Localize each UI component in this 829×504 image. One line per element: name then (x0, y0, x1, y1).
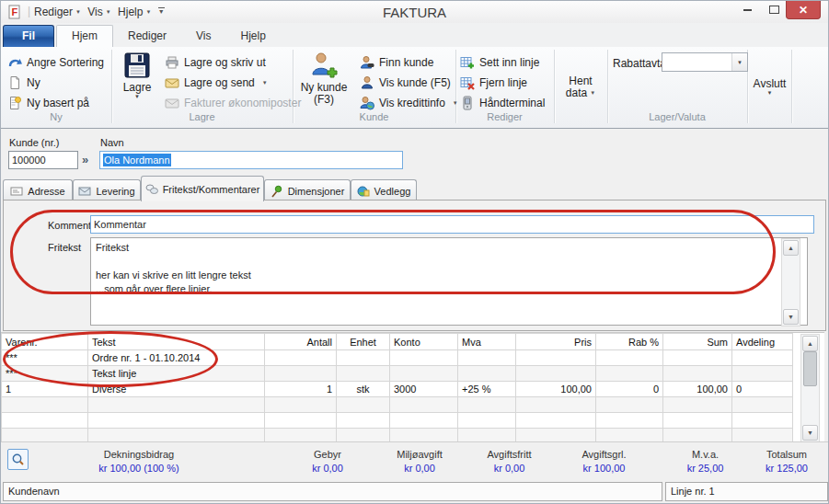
window-title: FAKTURA (1, 5, 828, 20)
freetext-scrollbar[interactable]: ▲ ▼ (781, 238, 800, 326)
close-button[interactable]: ✕ (786, 1, 821, 19)
application-window: F | Rediger Vis Hjelp ▼ FAKTURA ✕ Fil Hj… (0, 0, 829, 504)
delivery-icon (78, 185, 91, 198)
person-add-icon (310, 52, 338, 79)
group-label-kunde: Kunde (293, 111, 455, 124)
vis-kredittinfo-button[interactable]: Vis kredittinfo (360, 93, 458, 113)
table-row[interactable] (2, 397, 793, 413)
combo-arrow-icon[interactable]: ▼ (731, 53, 747, 71)
total-avgiftsgrunnlag: Avgiftsgrl.kr 100,00 (556, 449, 652, 474)
handterminal-button[interactable]: Håndterminal (460, 93, 545, 113)
col-antall[interactable]: Antall (265, 334, 337, 350)
hent-data-button[interactable]: Hent data (556, 52, 605, 123)
lagre-og-send-button[interactable]: Lagre og send (165, 73, 268, 93)
tab-vis[interactable]: Vis (181, 25, 225, 47)
person-icon (360, 75, 374, 90)
freetext-textarea[interactable]: Fritekst her kan vi skrive en litt lengr… (90, 237, 808, 326)
lookup-chevron-button[interactable]: » (82, 153, 88, 166)
tab-rediger[interactable]: Rediger (113, 25, 181, 47)
total-totalsum: Totalsumkr 125,00 (746, 449, 827, 474)
magnifier-icon (11, 452, 25, 466)
grid-scrollbar[interactable]: ▲ ▼ (800, 334, 820, 442)
statusbar-linjenr: Linje nr. 1 (665, 482, 828, 501)
scroll-up-icon[interactable]: ▲ (783, 240, 799, 256)
line-item-grid: Varenr. Tekst Antall Enhet Konto Mva Pri… (1, 332, 824, 442)
grid-delete-icon (460, 75, 475, 90)
ny-button[interactable]: Ny (7, 73, 40, 93)
scroll-down-icon[interactable]: ▼ (802, 425, 818, 441)
col-enhet[interactable]: Enhet (337, 334, 390, 350)
new-page-icon (7, 75, 22, 90)
col-avdeling[interactable]: Avdeling (732, 334, 793, 350)
angre-sortering-button[interactable]: Angre Sortering (7, 52, 104, 73)
minimize-button[interactable] (735, 1, 759, 18)
invoice-lines-table: Varenr. Tekst Antall Enhet Konto Mva Pri… (1, 333, 793, 444)
group-label-lager-valuta: Lager/Valuta (607, 111, 747, 124)
scroll-thumb[interactable] (803, 351, 817, 386)
fakturer-okonomiposter-button: Fakturer økonomiposter (165, 93, 301, 113)
title-bar: F | Rediger Vis Hjelp ▼ FAKTURA ✕ (1, 1, 828, 23)
table-row[interactable]: 1Diverse1 stk3000+25 % 100,000 100,000 (2, 382, 793, 397)
floppy-icon (123, 52, 151, 79)
table-row[interactable]: ***Ordre nr. 1 - 01.10.2014 (2, 350, 793, 366)
handheld-device-icon (460, 96, 475, 110)
tab-adresse[interactable]: Adresse (3, 179, 73, 201)
tab-levering[interactable]: Levering (73, 179, 141, 201)
col-tekst[interactable]: Tekst (88, 334, 265, 350)
table-row[interactable] (2, 413, 793, 429)
file-tab[interactable]: Fil (3, 25, 54, 48)
ribbon-tab-row: Fil Hjem Rediger Vis Hjelp (1, 23, 828, 47)
printer-icon (165, 55, 179, 70)
totals-footer: Dekningsbidragkr 100,00 (100 %) Gebyrkr … (1, 441, 828, 481)
header-row: Varenr. Tekst Antall Enhet Konto Mva Pri… (2, 334, 793, 350)
grid-add-icon (460, 55, 475, 70)
freetext-label: Fritekst (48, 242, 81, 253)
dropdown-arrow-icon: ▼ (134, 94, 140, 100)
name-label: Navn (100, 137, 124, 148)
address-card-icon (10, 185, 23, 198)
page-copy-icon (7, 96, 22, 110)
col-pris[interactable]: Pris (516, 334, 596, 350)
col-varenr[interactable]: Varenr. (2, 334, 88, 350)
tab-hjem[interactable]: Hjem (56, 25, 113, 47)
col-konto[interactable]: Konto (390, 334, 458, 350)
total-gebyr: Gebyrkr 0,00 (272, 449, 383, 474)
scroll-up-icon[interactable]: ▲ (802, 336, 818, 351)
lagre-og-skriv-ut-button[interactable]: Lagre og skriv ut (165, 52, 266, 73)
group-label-lagre: Lagre (111, 111, 293, 124)
ny-basert-pa-button[interactable]: Ny basert på (7, 93, 89, 113)
col-mva[interactable]: Mva (458, 334, 516, 350)
tab-hjelp[interactable]: Hjelp (226, 25, 281, 47)
total-avgiftsfritt: Avgiftsfrittkr 0,00 (466, 449, 553, 474)
maximize-button[interactable] (763, 1, 785, 18)
table-row[interactable]: ***Tekst linje (2, 366, 793, 382)
fjern-linje-button[interactable]: Fjern linje (460, 73, 527, 93)
tab-vedlegg[interactable]: Vedlegg (351, 179, 417, 201)
tab-fritekst-kommentarer[interactable]: Fritekst/Kommentarer (141, 176, 264, 201)
col-sum[interactable]: Sum (663, 334, 732, 350)
total-miljoavgift: Miljøavgiftkr 0,00 (369, 449, 470, 474)
person-globe-icon (360, 96, 374, 110)
avslutt-button[interactable]: Avslutt ▼ (748, 52, 791, 123)
fritekst-panel: Kommentar Kommentar Fritekst Fritekst he… (3, 200, 826, 331)
scroll-down-icon[interactable]: ▼ (783, 309, 799, 325)
rabattavtale-combobox[interactable]: ▼ (662, 52, 748, 72)
group-separator (791, 50, 793, 123)
name-input[interactable]: Ola Nordmann (99, 151, 403, 169)
total-mva: M.v.a.kr 25,00 (657, 449, 754, 474)
vis-kunde-button[interactable]: Vis kunde (F5) (360, 73, 451, 93)
tab-dimensjoner[interactable]: Dimensjoner (264, 179, 351, 201)
speech-bubbles-icon (145, 183, 158, 196)
envelope-icon (165, 75, 179, 90)
undo-icon (7, 55, 22, 70)
customer-number-input[interactable]: 100000 (8, 151, 78, 169)
preview-magnifier-button[interactable] (7, 449, 29, 470)
col-rab[interactable]: Rab % (596, 334, 663, 350)
comment-input[interactable]: Kommentar (90, 215, 814, 234)
finn-kunde-button[interactable]: Finn kunde (360, 52, 433, 73)
group-label-ny: Ny (1, 111, 111, 124)
dropdown-arrow-icon: ▼ (767, 90, 773, 97)
envelope-disabled-icon (165, 96, 179, 110)
sett-inn-linje-button[interactable]: Sett inn linje (460, 52, 539, 73)
total-dekningsbidrag: Dekningsbidragkr 100,00 (100 %) (52, 449, 226, 474)
